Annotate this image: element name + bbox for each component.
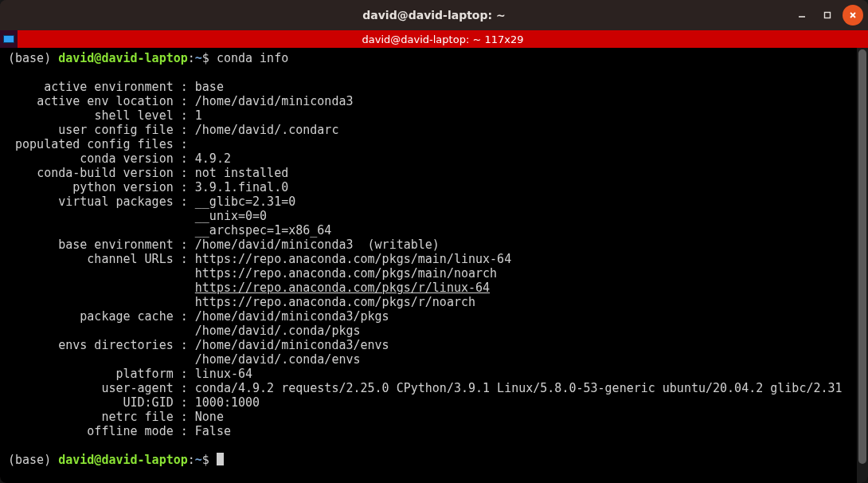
output-line: conda version : 4.9.2 [8, 151, 231, 166]
tab-title[interactable]: david@david-laptop: ~ 117x29 [18, 33, 868, 45]
output-line: python version : 3.9.1.final.0 [8, 180, 288, 194]
output-line: shell level : 1 [8, 108, 202, 123]
prompt-colon: : [188, 51, 195, 65]
terminal-window: david@david-laptop: ~ david@david-laptop… [0, 0, 868, 483]
prompt-colon: : [188, 453, 195, 467]
tab-swatch-icon [3, 35, 14, 43]
prompt-userhost: david@david-laptop [58, 453, 188, 467]
output-line: base environment : /home/david/miniconda… [8, 238, 440, 252]
output-line: __unix=0=0 [8, 209, 267, 223]
output-line: platform : linux-64 [8, 367, 252, 381]
prompt-env: (base) [8, 51, 51, 65]
output-line: envs directories : /home/david/miniconda… [8, 338, 389, 352]
output-line: user-agent : conda/4.9.2 requests/2.25.0… [8, 381, 843, 395]
tab-strip: david@david-laptop: ~ 117x29 [0, 30, 868, 48]
window-titlebar[interactable]: david@david-laptop: ~ [0, 0, 868, 30]
output-line: /home/david/.conda/pkgs [8, 324, 361, 338]
output-line: active env location : /home/david/minico… [8, 94, 354, 108]
output-line: populated config files : [8, 137, 195, 151]
terminal-output[interactable]: (base) david@david-laptop:~$ conda info … [0, 48, 857, 483]
output-line: netrc file : None [8, 410, 224, 424]
output-line: https://repo.anaconda.com/pkgs/r/linux-6… [8, 281, 490, 295]
window-title: david@david-laptop: ~ [362, 9, 505, 22]
prompt-userhost: david@david-laptop [58, 51, 188, 65]
close-button[interactable] [843, 5, 863, 26]
output-line: https://repo.anaconda.com/pkgs/main/noar… [8, 266, 497, 281]
prompt-command: conda info [217, 51, 288, 65]
prompt-cwd: ~ [195, 453, 202, 467]
output-line: __archspec=1=x86_64 [8, 223, 331, 238]
terminal-cursor[interactable] [217, 453, 224, 465]
prompt-symbol: $ [202, 453, 209, 467]
output-line: package cache : /home/david/miniconda3/p… [8, 309, 389, 324]
scrollbar-thumb[interactable] [858, 49, 866, 464]
svg-rect-1 [825, 13, 831, 18]
output-line: /home/david/.conda/envs [8, 352, 361, 367]
output-line: channel URLs : https://repo.anaconda.com… [8, 252, 511, 266]
output-line: conda-build version : not installed [8, 166, 288, 180]
output-line: virtual packages : __glibc=2.31=0 [8, 194, 295, 209]
minimize-icon [797, 10, 807, 20]
maximize-button[interactable] [817, 5, 838, 26]
prompt-symbol: $ [202, 51, 209, 65]
output-line: offline mode : False [8, 424, 231, 438]
prompt-cwd: ~ [195, 51, 202, 65]
terminal-area: (base) david@david-laptop:~$ conda info … [0, 48, 868, 483]
output-line: https://repo.anaconda.com/pkgs/r/noarch [8, 295, 475, 309]
minimize-button[interactable] [792, 5, 812, 26]
terminal-tab-icon[interactable] [0, 30, 18, 48]
close-icon [848, 10, 858, 20]
output-line: user config file : /home/david/.condarc [8, 123, 338, 137]
output-line: active environment : base [8, 80, 224, 94]
window-controls [792, 0, 863, 30]
prompt-env: (base) [8, 453, 51, 467]
output-line: UID:GID : 1000:1000 [8, 395, 260, 410]
maximize-icon [823, 10, 832, 20]
terminal-scrollbar[interactable] [857, 48, 868, 483]
